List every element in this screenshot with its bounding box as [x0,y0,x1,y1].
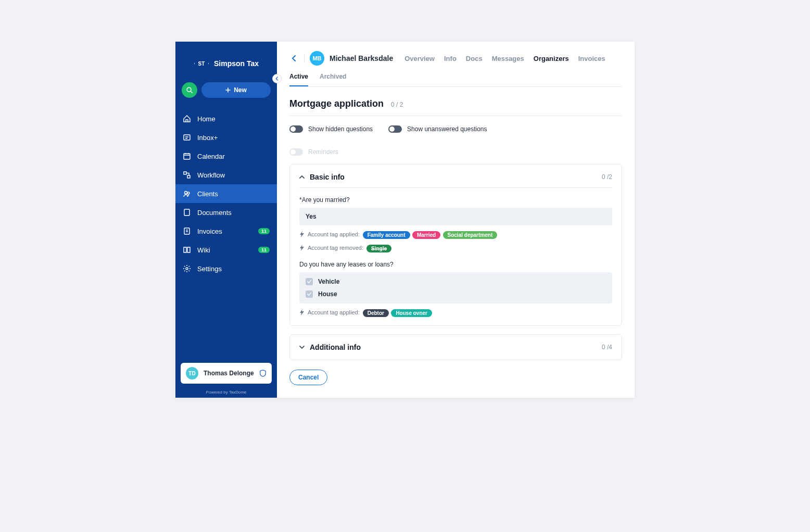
toggle-label: Reminders [308,148,338,156]
svg-rect-9 [184,228,189,234]
toggle-hidden-questions[interactable]: Show hidden questions [289,125,373,133]
section-count: 0 /4 [602,344,612,351]
sidebar-item-home[interactable]: Home [175,109,277,128]
tag-pill: House ovner [391,309,432,317]
sidebar-top-actions: New [175,80,277,107]
tag-pill: Social department [443,231,498,239]
switch-icon [289,125,303,133]
new-button-label: New [234,86,247,94]
svg-point-6 [185,192,187,194]
switch-icon [289,148,303,156]
sidebar-collapse-button[interactable] [272,74,282,83]
toggle-label: Show unanswered questions [407,125,487,133]
user-card[interactable]: TD Thomas Delonge [181,363,272,384]
settings-icon [183,264,191,273]
section-additional-info: Additional info 0 /4 [289,334,622,360]
chevron-down-icon [299,345,305,349]
tab-overview[interactable]: Overview [404,55,435,62]
check-option: House [303,288,608,300]
inbox-icon [183,133,191,142]
svg-point-10 [186,268,188,270]
toggle-unanswered-questions[interactable]: Show unanswered questions [388,125,487,133]
brand-hex-icon: ST [194,56,209,71]
page-title: Mortgage application [289,98,384,109]
nav-label: Documents [197,209,232,217]
chevron-up-icon [299,175,305,179]
cancel-button[interactable]: Cancel [289,370,327,385]
tag-pill: Single [366,245,391,252]
sub-tabs: ActiveArchived [289,73,622,87]
title-row: Mortgage application 0 / 2 [289,98,622,109]
tab-docs[interactable]: Docs [466,55,483,62]
user-name: Thomas Delonge [204,370,254,377]
toggles: Show hidden questions Show unanswered qu… [289,125,622,156]
search-button[interactable] [182,82,197,98]
sidebar-item-invoices[interactable]: Invoices11 [175,222,277,240]
back-button[interactable] [289,54,299,62]
checkbox-icon [306,278,313,285]
question-leases: Do you have any leases or loans? Vehicle… [299,261,612,317]
detail-tabs: OverviewInfoDocsMessagesOrganizersInvoic… [404,55,605,62]
tags-applied-row: Account tag applied: Debtor House ovner [299,308,612,317]
bolt-icon [299,231,305,237]
checkbox-icon [306,290,313,298]
breadcrumb: MB Michael Barksdale OverviewInfoDocsMes… [289,51,622,66]
powered-by: Powered by TaxDome [175,388,277,398]
tab-invoices[interactable]: Invoices [578,55,605,62]
search-icon [186,86,193,94]
nav-label: Clients [197,190,218,198]
brand-name: Simpson Tax [214,59,259,68]
sidebar-item-wiki[interactable]: Wiki11 [175,240,277,259]
new-button[interactable]: New [201,82,271,98]
nav-label: Workflow [197,171,225,179]
section-header[interactable]: Additional info 0 /4 [299,343,612,351]
svg-line-1 [191,91,192,93]
toggle-label: Show hidden questions [308,125,373,133]
tag-pill: Married [412,231,440,239]
tag-pill: Family account [363,231,410,239]
svg-point-7 [187,192,189,194]
nav-label: Inbox+ [197,134,218,142]
switch-icon [388,125,402,133]
nav-label: Home [197,115,216,123]
bolt-icon [299,245,305,251]
sidebar-item-workflow[interactable]: Workflow [175,166,277,184]
subtab-active[interactable]: Active [289,73,308,86]
home-icon [183,115,191,123]
section-title: Basic info [310,173,597,181]
tags-applied-row: Account tag applied: Family account Marr… [299,230,612,239]
sidebar: ST Simpson Tax New HomeInbox+CalendarWor… [175,42,277,398]
wiki-icon [183,246,191,254]
svg-rect-8 [184,209,189,216]
client-avatar: MB [310,51,324,66]
tab-messages[interactable]: Messages [492,55,524,62]
svg-rect-2 [184,135,190,140]
sidebar-item-settings[interactable]: Settings [175,259,277,278]
section-basic-info: Basic info 0 /2 *Are you married? Yes Ac… [289,164,622,326]
tags-removed-row: Account tag removed: Single [299,243,612,252]
sidebar-item-documents[interactable]: Documents [175,203,277,222]
user-avatar: TD [186,367,198,379]
chevron-left-icon [292,55,297,61]
svg-rect-4 [184,172,186,174]
nav-label: Calendar [197,153,225,160]
chevron-left-icon [275,77,279,81]
answer-checklist: VehicleHouse [299,272,612,303]
tag-prefix: Account tag applied: [308,309,360,315]
tab-info[interactable]: Info [444,55,457,62]
nav-label: Settings [197,265,222,273]
section-header[interactable]: Basic info 0 /2 [299,173,612,188]
tag-pill: Debtor [363,309,389,317]
section-count: 0 /2 [602,173,612,181]
nav-label: Wiki [197,246,210,254]
tab-organizers[interactable]: Organizers [534,55,569,62]
sidebar-item-calendar[interactable]: Calendar [175,147,277,166]
tag-prefix: Account tag removed: [308,245,363,251]
plus-icon [225,87,231,93]
sidebar-item-inbox-[interactable]: Inbox+ [175,128,277,147]
invoices-icon [183,227,191,235]
question-married: *Are you married? Yes Account tag applie… [299,196,612,252]
subtab-archived[interactable]: Archived [320,73,346,86]
sidebar-item-clients[interactable]: Clients [175,184,277,203]
check-label: Vehicle [318,278,339,285]
